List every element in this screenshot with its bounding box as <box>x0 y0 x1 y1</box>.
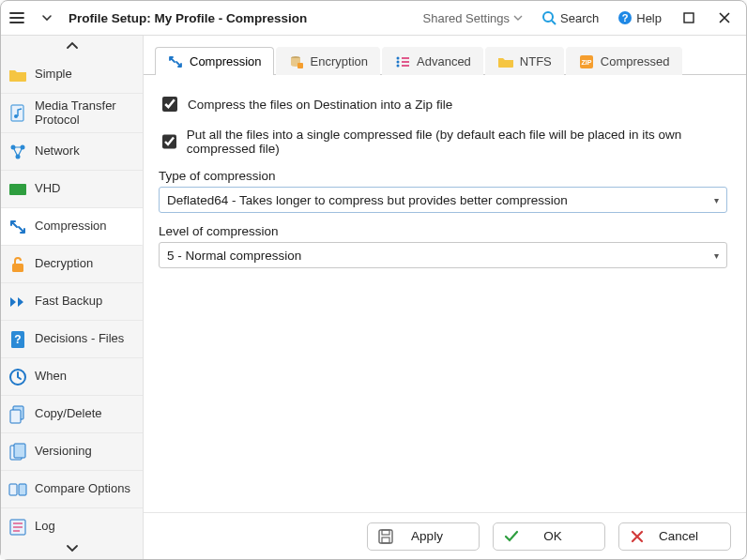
tab-label: Compressed <box>601 54 670 68</box>
tab-advanced[interactable]: Advanced <box>382 47 483 75</box>
compare-icon <box>8 480 27 499</box>
svg-rect-30 <box>382 537 389 543</box>
ok-button[interactable]: OK <box>493 522 605 551</box>
sidebar-item-vhd[interactable]: VHD <box>1 171 143 208</box>
back-button[interactable] <box>35 6 59 30</box>
sidebar-item-label: Copy/Delete <box>35 407 102 421</box>
sidebar-item-network[interactable]: Network <box>1 133 143 171</box>
svg-rect-19 <box>19 484 26 495</box>
level-of-compression-dropdown[interactable]: 5 - Normal compression ▾ <box>159 242 727 268</box>
checkbox-compress-destination[interactable]: Compress the files on Destination into a… <box>159 94 727 114</box>
shared-settings-button[interactable]: Shared Settings <box>416 8 531 29</box>
help-button[interactable]: ? Help <box>610 7 669 29</box>
sidebar-item-fast-backup[interactable]: Fast Backup <box>1 283 143 321</box>
sidebar-item-decryption[interactable]: Decryption <box>1 246 143 283</box>
tab-encryption[interactable]: Encryption <box>276 47 380 75</box>
sidebar-item-compression[interactable]: Compression <box>1 208 143 246</box>
svg-text:?: ? <box>622 12 629 23</box>
sidebar-item-simple[interactable]: Simple <box>1 56 143 94</box>
sidebar-item-label: Fast Backup <box>35 295 102 309</box>
save-icon <box>377 528 394 545</box>
chevron-down-icon <box>513 13 523 23</box>
checkbox-input[interactable] <box>162 134 176 149</box>
network-icon <box>8 143 27 161</box>
clock-icon <box>8 368 27 386</box>
database-lock-icon <box>288 53 305 70</box>
fast-forward-icon <box>8 293 27 311</box>
sidebar: Simple Media Transfer Protocol Network V… <box>1 36 144 559</box>
chevron-down-icon <box>41 12 53 23</box>
apply-button[interactable]: Apply <box>367 522 480 551</box>
svg-point-25 <box>397 64 400 67</box>
close-button[interactable] <box>709 5 740 31</box>
sidebar-item-log[interactable]: Log <box>1 508 143 538</box>
svg-point-23 <box>397 56 400 59</box>
titlebar-left: Profile Setup: My Profile - Compression <box>5 6 307 30</box>
sidebar-scroll-down[interactable] <box>1 538 143 559</box>
vhd-icon <box>8 180 27 199</box>
compress-icon <box>167 53 184 70</box>
svg-point-0 <box>543 12 553 22</box>
chevron-down-icon <box>66 544 79 553</box>
footer: Apply OK Cancel <box>144 512 746 559</box>
maximize-button[interactable] <box>673 5 705 31</box>
checkbox-single-file[interactable]: Put all the files into a single compress… <box>159 128 727 156</box>
help-label: Help <box>636 11 662 25</box>
maximize-icon <box>683 12 694 23</box>
sidebar-item-when[interactable]: When <box>1 358 143 396</box>
type-of-compression-dropdown[interactable]: Deflated64 - Takes longer to compress bu… <box>159 187 727 213</box>
dropdown-value: 5 - Normal compression <box>167 249 301 263</box>
sidebar-item-label: Network <box>35 144 80 159</box>
body: Simple Media Transfer Protocol Network V… <box>1 35 746 559</box>
sidebar-item-decisions-files[interactable]: ? Decisions - Files <box>1 321 143 358</box>
search-button[interactable]: Search <box>534 7 606 29</box>
sidebar-item-versioning[interactable]: Versioning <box>1 433 143 471</box>
hamburger-icon <box>9 11 24 24</box>
tab-ntfs[interactable]: NTFS <box>485 47 564 75</box>
tab-compression[interactable]: Compression <box>155 47 274 75</box>
svg-rect-22 <box>297 63 303 68</box>
tab-label: Compression <box>190 54 262 68</box>
tab-label: Encryption <box>311 54 368 68</box>
close-icon <box>719 12 730 23</box>
sidebar-item-label: Log <box>35 520 55 534</box>
menu-button[interactable] <box>5 6 29 30</box>
checkbox-label: Compress the files on Destination into a… <box>188 98 452 112</box>
sidebar-item-compare-options[interactable]: Compare Options <box>1 471 143 508</box>
content: Compress the files on Destination into a… <box>144 75 746 512</box>
svg-text:?: ? <box>14 333 21 346</box>
unlock-icon <box>8 255 27 274</box>
copy-icon <box>8 405 27 424</box>
sidebar-item-label: Decryption <box>35 257 93 271</box>
svg-rect-18 <box>9 484 17 495</box>
checkbox-input[interactable] <box>162 97 177 112</box>
close-icon <box>629 528 646 545</box>
sidebar-item-label: Versioning <box>35 445 92 459</box>
cancel-button[interactable]: Cancel <box>618 522 731 551</box>
sidebar-scroll-up[interactable] <box>1 36 143 56</box>
chevron-down-icon: ▾ <box>714 250 719 261</box>
svg-rect-29 <box>382 530 389 535</box>
help-icon: ? <box>617 10 633 25</box>
type-of-compression-label: Type of compression <box>159 169 727 183</box>
sidebar-item-label: When <box>35 370 67 384</box>
dropdown-value: Deflated64 - Takes longer to compress bu… <box>167 193 568 207</box>
sidebar-item-media-transfer[interactable]: Media Transfer Protocol <box>1 94 143 133</box>
button-label: OK <box>543 529 562 543</box>
checkbox-label: Put all the files into a single compress… <box>187 128 727 156</box>
chevron-up-icon <box>66 41 79 51</box>
titlebar: Profile Setup: My Profile - Compression … <box>1 1 746 35</box>
sidebar-item-copy-delete[interactable]: Copy/Delete <box>1 396 143 433</box>
main: Compression Encryption Advanced NTFS ZIP… <box>144 36 746 559</box>
document-music-icon <box>8 104 27 123</box>
zip-icon: ZIP <box>578 53 595 70</box>
tabstrip: Compression Encryption Advanced NTFS ZIP… <box>144 41 746 75</box>
sidebar-item-label: VHD <box>35 182 60 196</box>
sidebar-item-label: Media Transfer Protocol <box>35 99 135 128</box>
svg-rect-3 <box>684 13 694 23</box>
sidebar-item-label: Simple <box>35 68 72 82</box>
search-icon <box>541 10 556 25</box>
list-icon <box>394 53 411 70</box>
tab-compressed[interactable]: ZIP Compressed <box>566 47 682 75</box>
svg-rect-15 <box>10 410 21 423</box>
